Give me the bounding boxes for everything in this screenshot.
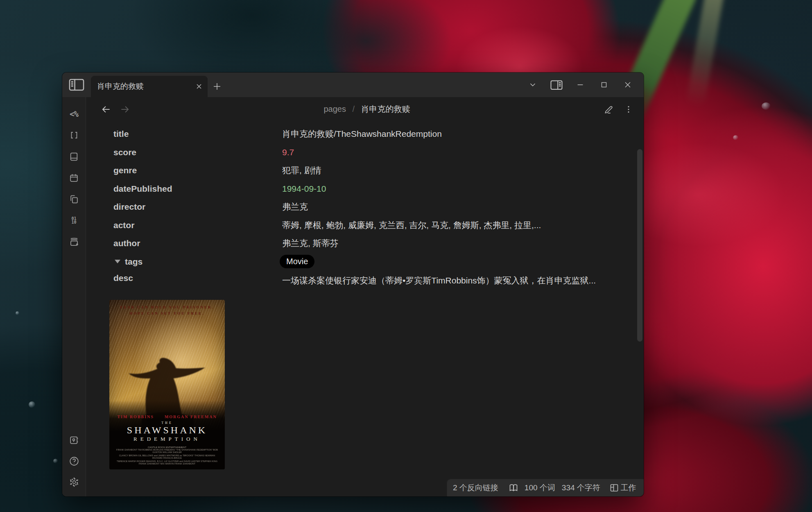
workspace-switcher[interactable]: 工作 <box>609 483 636 493</box>
attr-value[interactable]: 蒂姆, 摩根, 鲍勃, 威廉姆, 克兰西, 吉尔, 马克, 詹姆斯, 杰弗里, … <box>282 220 541 231</box>
editor-area: pages / 肖申克的救赎 <box>86 97 644 496</box>
copy-documents-icon[interactable] <box>69 194 79 204</box>
maximize-icon <box>599 80 608 89</box>
binary-values-icon[interactable]: 01 10 <box>69 215 79 226</box>
maximize-button[interactable] <box>592 72 616 97</box>
wallpaper-droplet <box>29 401 35 408</box>
attr-row-datepublished: datePublished 1994-09-10 <box>113 180 644 198</box>
poster-title-main: SHAWSHANK <box>109 425 225 435</box>
breadcrumb: pages / 肖申克的救赎 <box>130 104 604 115</box>
attr-row-desc: desc 一场谋杀案使银行家安迪（蒂姆•罗宾斯TimRobbins饰）蒙冤入狱，… <box>113 271 644 289</box>
attr-row-title: title 肖申克的救赎/TheShawshankRedemption <box>113 125 644 143</box>
workspace-layout-icon <box>609 483 619 493</box>
movie-poster-image[interactable]: FEAR CAN HOLD YOU PRISONER. HOPE CAN SET… <box>109 300 225 469</box>
app-window: 肖申克的救赎 <box>62 72 644 496</box>
split-view-button[interactable] <box>545 72 568 97</box>
attr-value-number[interactable]: 9.7 <box>282 147 294 157</box>
notebook-icon[interactable] <box>69 151 79 162</box>
wallpaper-droplet <box>16 311 19 315</box>
wallpaper-droplet <box>762 102 771 110</box>
attr-key[interactable]: title <box>113 129 282 139</box>
dock-toggle-button[interactable] <box>62 72 91 97</box>
tab-menu-button[interactable] <box>521 72 545 97</box>
template-icon[interactable]: <% <box>69 109 79 119</box>
attr-value[interactable]: 弗兰克 <box>282 201 308 213</box>
poster-title-the: THE <box>109 421 225 425</box>
attr-value[interactable]: 一场谋杀案使银行家安迪（蒂姆•罗宾斯TimRobbins饰）蒙冤入狱，在肖申克监… <box>282 273 596 288</box>
char-count: 334 个字符 <box>562 483 600 493</box>
document-header: pages / 肖申克的救赎 <box>86 97 644 121</box>
collapse-triangle-icon[interactable] <box>115 260 120 263</box>
attr-row-tags: tags Movie <box>113 253 644 271</box>
back-arrow-icon[interactable] <box>101 104 111 115</box>
workspace-name: 工作 <box>621 483 636 493</box>
calendar-icon[interactable] <box>69 172 79 183</box>
status-bar: 2 个反向链接 100 个词 334 个字符 工作 <box>447 479 644 496</box>
attr-key[interactable]: desc <box>113 273 282 283</box>
tab-close-icon[interactable] <box>195 83 203 90</box>
wallpaper-droplet <box>53 459 58 463</box>
poster-credits: CASTLE ROCK ENTERTAINMENT FRANK DARABONT… <box>114 446 220 465</box>
attr-key[interactable]: tags <box>125 257 142 267</box>
attr-row-director: director 弗兰克 <box>113 198 644 216</box>
poster-billing-block: TIM ROBBINS MORGAN FREEMAN THE SHAWSHANK… <box>109 401 225 469</box>
attr-key[interactable]: datePublished <box>113 184 282 194</box>
vertical-scrollbar-thumb[interactable] <box>637 149 642 342</box>
attr-value[interactable]: 犯罪, 剧情 <box>282 165 321 176</box>
minimize-button[interactable] <box>568 72 592 97</box>
attr-row-author: author 弗兰克, 斯蒂芬 <box>113 234 644 253</box>
bracket-widget-icon[interactable] <box>69 130 79 140</box>
breadcrumb-current[interactable]: 肖申克的救赎 <box>361 104 410 113</box>
more-options-kebab-icon[interactable] <box>624 104 633 114</box>
open-book-icon <box>508 483 519 493</box>
breadcrumb-separator: / <box>352 104 355 113</box>
title-bar[interactable]: 肖申克的救赎 <box>62 72 644 97</box>
document-tab[interactable]: 肖申克的救赎 <box>91 76 208 97</box>
poster-star-name: MORGAN FREEMAN <box>165 415 217 419</box>
attr-key[interactable]: score <box>113 147 282 157</box>
flashcard-add-icon[interactable] <box>69 236 79 247</box>
left-dock: <% <box>62 97 86 496</box>
attribute-table: title 肖申克的救赎/TheShawshankRedemption scor… <box>113 125 644 289</box>
chevron-down-icon <box>528 80 537 89</box>
attr-key[interactable]: actor <box>113 220 282 230</box>
attr-row-actor: actor 蒂姆, 摩根, 鲍勃, 威廉姆, 克兰西, 吉尔, 马克, 詹姆斯,… <box>113 216 644 235</box>
poster-title-sub: REDEMPTION <box>109 436 225 442</box>
safe-storage-icon[interactable] <box>69 435 79 446</box>
tag-pill-movie[interactable]: Movie <box>280 255 314 268</box>
forward-arrow-icon[interactable] <box>120 104 130 115</box>
poster-star-name: TIM ROBBINS <box>117 415 154 419</box>
close-window-button[interactable] <box>616 72 640 97</box>
plus-icon <box>213 82 222 91</box>
attr-row-score: score 9.7 <box>113 143 644 162</box>
attr-row-genre: genre 犯罪, 剧情 <box>113 161 644 180</box>
help-icon[interactable] <box>69 456 79 467</box>
attr-value[interactable]: 弗兰克, 斯蒂芬 <box>282 238 339 249</box>
word-count: 100 个词 <box>525 483 555 493</box>
attr-key[interactable]: author <box>113 238 282 248</box>
new-tab-button[interactable] <box>208 76 226 97</box>
settings-gear-icon[interactable] <box>69 477 79 487</box>
attr-value-date[interactable]: 1994-09-10 <box>282 184 326 194</box>
edit-pencil-icon[interactable] <box>604 104 614 115</box>
close-icon <box>623 80 632 89</box>
poster-tagline: FEAR CAN HOLD YOU PRISONER. HOPE CAN SET… <box>109 304 225 317</box>
wallpaper-stem <box>685 0 725 107</box>
panel-left-icon <box>69 79 84 91</box>
panel-right-icon <box>550 80 563 90</box>
wallpaper-droplet <box>733 135 738 140</box>
attr-value[interactable]: 肖申克的救赎/TheShawshankRedemption <box>282 128 442 140</box>
backlink-count[interactable]: 2 个反向链接 <box>453 483 498 493</box>
attr-key[interactable]: director <box>113 202 282 212</box>
tab-title: 肖申克的救赎 <box>97 81 192 92</box>
attr-key[interactable]: genre <box>113 165 282 175</box>
minimize-icon <box>576 80 585 89</box>
breadcrumb-parent[interactable]: pages <box>323 104 346 113</box>
